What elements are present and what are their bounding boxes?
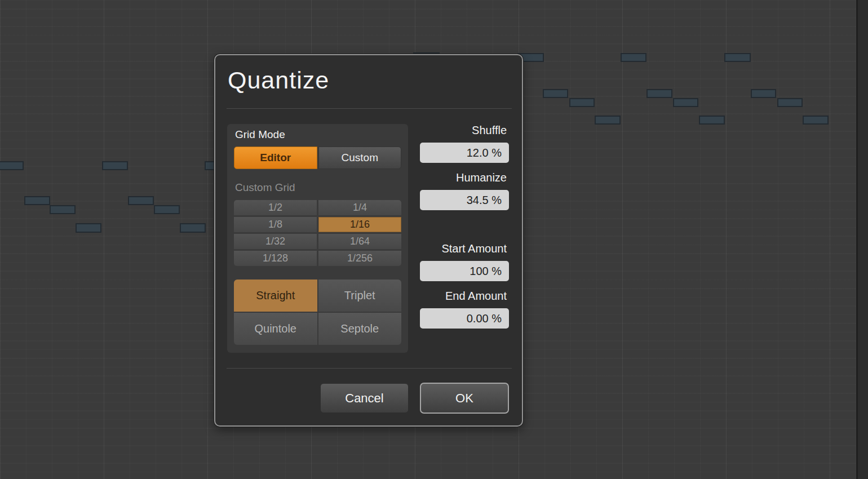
custom-grid-value-grid: 1/2 1/4 1/8 1/16 1/32 1/64 1/128 1/256 xyxy=(234,200,401,266)
midi-note xyxy=(154,205,180,214)
editor-right-edge-strip xyxy=(856,0,868,479)
start-amount-label: Start Amount xyxy=(360,242,507,255)
midi-note xyxy=(646,89,672,98)
end-amount-value-field[interactable]: 0.00 % xyxy=(420,308,509,329)
shuffle-value-field[interactable]: 12.0 % xyxy=(420,143,509,163)
grid-value-1-4[interactable]: 1/4 xyxy=(318,200,401,215)
humanize-label: Humanize xyxy=(360,171,507,184)
midi-note xyxy=(569,98,595,107)
midi-note xyxy=(76,223,101,233)
custom-grid-label: Custom Grid xyxy=(235,181,295,194)
cancel-button[interactable]: Cancel xyxy=(320,383,409,413)
midi-note xyxy=(673,98,698,107)
midi-note xyxy=(699,116,725,125)
grid-value-1-128[interactable]: 1/128 xyxy=(234,251,317,266)
start-amount-value-field[interactable]: 100 % xyxy=(420,261,509,281)
grid-mode-editor-button[interactable]: Editor xyxy=(234,147,317,169)
grid-mode-custom-button[interactable]: Custom xyxy=(318,147,402,169)
humanize-value-field[interactable]: 34.5 % xyxy=(420,190,509,210)
midi-note xyxy=(128,196,154,205)
midi-note xyxy=(543,89,568,98)
midi-note xyxy=(751,89,776,98)
footer-separator xyxy=(227,368,512,369)
grid-value-1-2[interactable]: 1/2 xyxy=(234,200,317,215)
shuffle-label: Shuffle xyxy=(360,124,507,137)
title-separator xyxy=(227,108,512,109)
midi-note xyxy=(0,161,24,170)
midi-note xyxy=(595,116,621,125)
grid-value-1-32[interactable]: 1/32 xyxy=(234,234,317,249)
ok-button[interactable]: OK xyxy=(420,383,509,414)
midi-note xyxy=(724,53,751,62)
midi-note xyxy=(102,161,128,170)
quantize-dialog: Quantize Grid Mode Editor Custom Custom … xyxy=(214,54,523,427)
midi-note xyxy=(24,196,50,205)
midi-note xyxy=(180,223,206,233)
midi-note xyxy=(621,53,646,62)
tuplet-quintole-button[interactable]: Quintole xyxy=(234,313,317,345)
grid-value-1-8[interactable]: 1/8 xyxy=(234,217,317,232)
grid-settings-panel: Grid Mode Editor Custom Custom Grid 1/2 … xyxy=(227,124,408,353)
dialog-title: Quantize xyxy=(228,66,329,94)
tuplet-straight-button[interactable]: Straight xyxy=(234,280,317,312)
end-amount-label: End Amount xyxy=(360,290,507,303)
midi-note xyxy=(777,98,803,107)
tuplet-septole-button[interactable]: Septole xyxy=(318,313,402,345)
midi-note xyxy=(803,116,829,125)
midi-note xyxy=(50,205,76,214)
grid-value-1-16[interactable]: 1/16 xyxy=(318,217,401,232)
grid-mode-label: Grid Mode xyxy=(235,128,285,141)
grid-mode-segmented-control: Editor Custom xyxy=(234,147,401,169)
